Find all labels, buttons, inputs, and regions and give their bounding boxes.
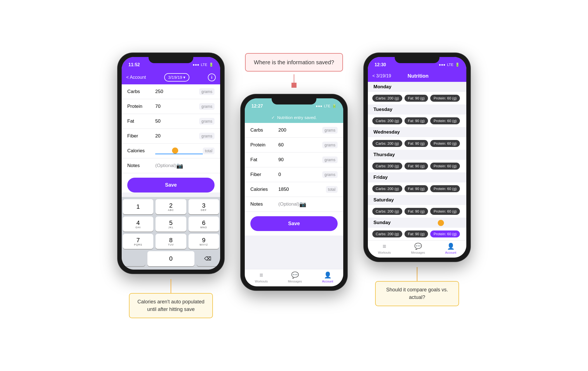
tag-monday-protein: Protein: 60 (g): [430, 95, 460, 102]
kb-key-0[interactable]: 0: [147, 251, 194, 266]
status-right3: ●●● LTE 🔋: [439, 63, 460, 67]
tag-sunday-carbs: Carbs: 200 (g): [372, 230, 402, 237]
status-time3: 12:30: [375, 62, 386, 67]
form-row-notes2: Notes (Optional) 📷: [245, 197, 343, 212]
status-right1: ●●● LTE 🔋: [193, 63, 213, 67]
form-value-protein1[interactable]: 70: [155, 104, 199, 109]
nav-date1: 3/19/19: [168, 75, 182, 80]
annotation3-line: [417, 267, 417, 281]
tab-bar2: ≡ Workouts 💬 Messages 👤 Account: [245, 269, 343, 286]
tag-saturday-carbs: Carbs: 200 (g): [372, 208, 402, 215]
tag-friday-carbs: Carbs: 200 (g): [372, 185, 402, 192]
signal-icon3: ●●●: [439, 63, 446, 67]
save-button2[interactable]: Save: [250, 216, 338, 231]
tag-thursday-protein: Protein: 60 (g): [430, 163, 460, 170]
day-header-friday: Friday: [368, 172, 466, 182]
tab-workouts2[interactable]: ≡ Workouts: [255, 272, 268, 283]
kb-row-1: 1 2ABC 3DEF: [123, 199, 219, 214]
form-label-fat2: Fat: [250, 157, 278, 163]
tag-thursday-fat: Fat: 90 (g): [404, 163, 428, 170]
kb-key-1[interactable]: 1: [123, 199, 153, 214]
form-unit-calories2: total: [326, 186, 338, 193]
form-label-notes2: Notes: [250, 201, 278, 207]
tab-workouts-label2: Workouts: [255, 280, 268, 283]
notch1: [149, 53, 193, 63]
form-value-calories2[interactable]: 1850: [278, 187, 326, 192]
form-unit-protein2: grams: [322, 142, 338, 148]
phone3-column: 12:30 ●●● LTE 🔋 < 3/19/19 Nutrition: [364, 53, 470, 306]
form-value-carbs2[interactable]: 200: [278, 127, 322, 133]
kb-key-5[interactable]: 5JKL: [156, 217, 186, 232]
form-value-notes2[interactable]: (Optional): [278, 201, 299, 207]
saved-checkmark2: ✓: [271, 115, 275, 120]
form-value-fiber2[interactable]: 0: [278, 172, 322, 177]
battery-icon1: 🔋: [209, 63, 213, 67]
kb-key-6[interactable]: 6MNO: [189, 217, 219, 232]
yellow-dot-sunday: [438, 220, 444, 226]
kb-key-3[interactable]: 3DEF: [189, 199, 219, 214]
day-header-wednesday: Wednesday: [368, 127, 466, 137]
tab-messages2[interactable]: 💬 Messages: [288, 272, 302, 283]
form-value-carbs1[interactable]: 250: [155, 89, 199, 94]
form-value-fat2[interactable]: 90: [278, 157, 322, 163]
annotation3-box: Should it compare goals vs. actual?: [375, 281, 459, 306]
signal-icon1: ●●●: [193, 63, 199, 67]
callout-top: Where is the information saved?: [245, 53, 343, 89]
form-value-notes1[interactable]: (Optional): [155, 163, 176, 168]
kb-key-7[interactable]: 7PQRS: [123, 234, 153, 249]
form-row-carbs1: Carbs 250 grams: [122, 84, 220, 99]
callout-line: [294, 74, 294, 83]
day-header-sunday: Sunday: [368, 218, 466, 228]
form-row-protein1: Protein 70 grams: [122, 99, 220, 114]
status-time2: 12:27: [251, 104, 263, 109]
tag-wednesday-carbs: Carbs: 200 (g): [372, 140, 402, 147]
form-value-fat1[interactable]: 50: [155, 118, 199, 124]
nutrition-list3: Monday Carbs: 200 (g) Fat: 90 (g) Protei…: [368, 82, 466, 240]
messages-icon2: 💬: [291, 272, 299, 279]
form-unit-carbs2: grams: [322, 127, 338, 134]
battery-icon2: 🔋: [332, 104, 337, 108]
tab-account3[interactable]: 👤 Account: [445, 243, 456, 254]
camera-icon1[interactable]: 📷: [176, 162, 183, 169]
signal-icon2: ●●●: [316, 104, 323, 108]
tab-workouts3[interactable]: ≡ Workouts: [378, 243, 391, 254]
status-right2: ●●● LTE 🔋: [316, 104, 337, 108]
tag-tuesday-protein: Protein: 60 (g): [430, 117, 460, 124]
phone2: 12:27 ●●● LTE 🔋 ✓ Nutrition entry saved.…: [241, 94, 347, 290]
form-value-protein2[interactable]: 60: [278, 142, 322, 148]
tag-thursday-carbs: Carbs: 200 (g): [372, 163, 402, 170]
kb-key-2[interactable]: 2ABC: [156, 199, 186, 214]
day-tags-saturday: Carbs: 200 (g) Fat: 90 (g) Protein: 60 (…: [368, 205, 466, 218]
tab-messages3[interactable]: 💬 Messages: [411, 243, 425, 254]
nav-back3[interactable]: < 3/19/19: [372, 73, 391, 79]
status-time1: 11:52: [128, 62, 140, 67]
form-value-fiber1[interactable]: 20: [155, 133, 199, 139]
tag-monday-fat: Fat: 90 (g): [404, 95, 428, 102]
day-tags-thursday: Carbs: 200 (g) Fat: 90 (g) Protein: 60 (…: [368, 160, 466, 172]
nav-info1[interactable]: i: [208, 73, 216, 81]
camera-icon2[interactable]: 📷: [299, 201, 306, 208]
tab-account2[interactable]: 👤 Account: [322, 272, 333, 283]
form-value-calories1[interactable]: [155, 148, 203, 154]
day-tags-wednesday: Carbs: 200 (g) Fat: 90 (g) Protein: 60 (…: [368, 137, 466, 150]
nav-bar1: < Account 3/19/19 ▾ i: [122, 71, 220, 84]
nav-back1[interactable]: < Account: [126, 75, 146, 80]
form-row-fat2: Fat 90 grams: [245, 153, 343, 167]
save-button1[interactable]: Save: [127, 178, 215, 192]
kb-key-8[interactable]: 8TUV: [156, 234, 186, 249]
tag-tuesday-fat: Fat: 90 (g): [404, 117, 428, 124]
kb-key-9[interactable]: 9WXYZ: [189, 234, 219, 249]
kb-key-4[interactable]: 4GHI: [123, 217, 153, 232]
phone1: 11:52 ●●● LTE 🔋 < Account 3/19/19 ▾ i: [118, 53, 224, 274]
form-row-calories1: Calories total: [122, 144, 220, 158]
tab-account-label2: Account: [322, 280, 333, 283]
nav-date-pill1[interactable]: 3/19/19 ▾: [164, 73, 189, 82]
form-label-fat1: Fat: [127, 118, 155, 124]
account-icon2: 👤: [324, 272, 331, 279]
kb-key-blank: [123, 251, 145, 266]
tag-tuesday-carbs: Carbs: 200 (g): [372, 117, 402, 124]
spacer2: [245, 236, 343, 269]
kb-key-delete[interactable]: ⌫: [197, 251, 219, 266]
tag-wednesday-fat: Fat: 90 (g): [404, 140, 428, 147]
form-label-notes1: Notes: [127, 163, 155, 168]
